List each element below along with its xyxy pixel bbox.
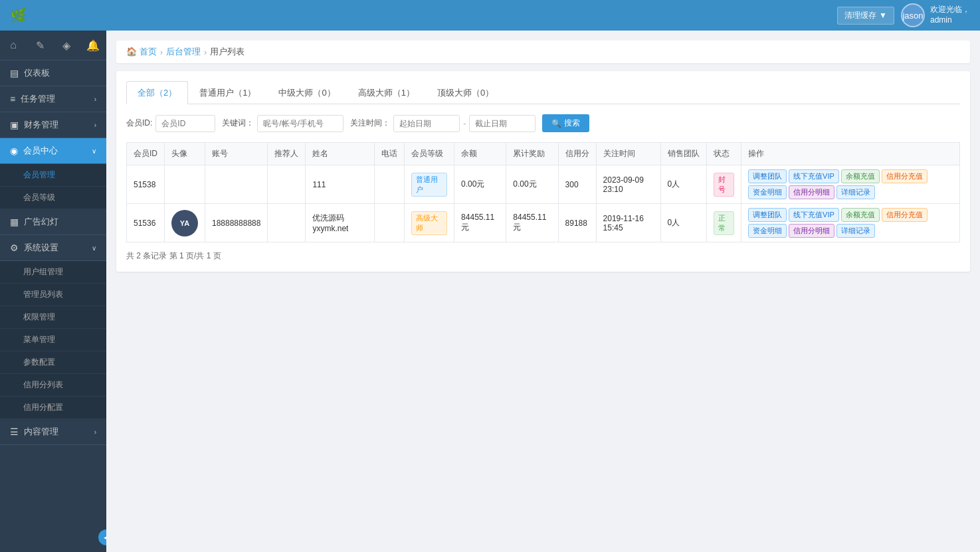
table-head: 会员ID 头像 账号 推荐人 姓名 电话 会员等级 余额 累计奖励 信用分 关注… bbox=[127, 143, 960, 165]
sidebar-item-credit-config[interactable]: 信用分配置 bbox=[0, 397, 106, 419]
col-referrer: 推荐人 bbox=[268, 143, 306, 165]
action-btn-资金明细[interactable]: 资金明细 bbox=[748, 224, 787, 238]
action-btn-余额充值[interactable]: 余额充值 bbox=[841, 169, 880, 183]
action-btn-信用分明细[interactable]: 信用分明细 bbox=[789, 224, 834, 238]
action-btn-线下充值VIP[interactable]: 线下充值VIP bbox=[789, 169, 839, 183]
col-follow-time: 关注时间 bbox=[596, 143, 660, 165]
sidebar-item-user-group[interactable]: 用户组管理 bbox=[0, 261, 106, 284]
breadcrumb-home[interactable]: 🏠 首页 bbox=[126, 46, 157, 58]
sidebar-item-dashboard-label[interactable]: ▤ 仪表板 bbox=[0, 60, 106, 86]
sidebar-item-admin-list[interactable]: 管理员列表 bbox=[0, 284, 106, 306]
sidebar-item-dashboard[interactable]: ▤ 仪表板 bbox=[0, 60, 106, 86]
cell-account: 18888888888 bbox=[205, 204, 268, 242]
sidebar-item-content-label[interactable]: ☰ 内容管理 › bbox=[0, 419, 106, 445]
action-btn-调整团队[interactable]: 调整团队 bbox=[748, 208, 787, 222]
cell-credit: 300 bbox=[558, 165, 596, 204]
member-label: 会员中心 bbox=[23, 145, 58, 157]
chevron-down-icon: ▼ bbox=[879, 11, 887, 20]
system-submenu: 用户组管理 管理员列表 权限管理 菜单管理 参数配置 信用分列表 信用分配置 bbox=[0, 261, 106, 419]
cell-phone bbox=[375, 204, 405, 242]
cell-referrer bbox=[268, 204, 306, 242]
search-start-date[interactable] bbox=[393, 115, 460, 132]
tab-high[interactable]: 高级大师（1） bbox=[347, 81, 426, 104]
table-body: 51538111普通用户0.00元0.00元3002023-09-09 23:1… bbox=[127, 165, 960, 242]
action-btn-信用分充值[interactable]: 信用分充值 bbox=[882, 208, 928, 222]
sidebar-item-system[interactable]: ⚙ 系统设置 ∨ 用户组管理 管理员列表 权限管理 菜单管理 参数配置 信用分列… bbox=[0, 235, 106, 419]
tab-mid[interactable]: 中级大师（0） bbox=[267, 81, 346, 104]
breadcrumb-backend[interactable]: 后台管理 bbox=[166, 46, 201, 58]
cell-phone bbox=[375, 165, 405, 204]
home-icon2: 🏠 bbox=[126, 46, 137, 56]
chevron-right-icon: › bbox=[94, 96, 96, 103]
cell-level: 高级大师 bbox=[405, 204, 454, 242]
action-btn-线下充值VIP[interactable]: 线下充值VIP bbox=[789, 208, 839, 222]
cache-button[interactable]: 清理缓存 ▼ bbox=[837, 7, 894, 25]
action-btn-详细记录[interactable]: 详细记录 bbox=[836, 224, 875, 238]
sidebar-item-content[interactable]: ☰ 内容管理 › bbox=[0, 419, 106, 445]
search-end-date[interactable] bbox=[469, 115, 536, 132]
member-icon: ◉ bbox=[10, 145, 18, 156]
cell-follow-time: 2023-09-09 23:10 bbox=[596, 165, 660, 204]
sidebar-item-menu-manage[interactable]: 菜单管理 bbox=[0, 329, 106, 351]
content-icon: ☰ bbox=[10, 426, 19, 437]
sidebar-item-task[interactable]: ≡ 任务管理 › bbox=[0, 86, 106, 112]
action-btn-详细记录[interactable]: 详细记录 bbox=[836, 185, 875, 199]
member-submenu: 会员管理 会员等级 bbox=[0, 164, 106, 209]
col-avatar: 头像 bbox=[165, 143, 205, 165]
ads-label: 广告幻灯 bbox=[24, 216, 58, 228]
avatar: jason bbox=[901, 3, 925, 27]
members-table: 会员ID 头像 账号 推荐人 姓名 电话 会员等级 余额 累计奖励 信用分 关注… bbox=[126, 142, 960, 242]
sidebar-collapse-button[interactable]: ◀ bbox=[98, 529, 106, 545]
sidebar-bell-icon[interactable]: 🔔 bbox=[80, 31, 106, 60]
sidebar-item-system-label[interactable]: ⚙ 系统设置 ∨ bbox=[0, 235, 106, 261]
table-row: 51538111普通用户0.00元0.00元3002023-09-09 23:1… bbox=[127, 165, 960, 204]
dashboard-label: 仪表板 bbox=[24, 67, 50, 79]
action-btn-信用分充值[interactable]: 信用分充值 bbox=[882, 169, 928, 183]
cell-balance: 84455.11元 bbox=[454, 204, 506, 242]
col-balance: 余额 bbox=[454, 143, 506, 165]
action-btn-信用分明细[interactable]: 信用分明细 bbox=[789, 185, 834, 199]
tab-top[interactable]: 顶级大师（0） bbox=[426, 81, 505, 104]
search-id-input[interactable] bbox=[155, 115, 215, 132]
cell-sales-team: 0人 bbox=[660, 165, 706, 204]
sidebar-item-member-level[interactable]: 会员等级 bbox=[0, 187, 106, 209]
col-name: 姓名 bbox=[306, 143, 375, 165]
sidebar-item-finance[interactable]: ▣ 财务管理 › bbox=[0, 112, 106, 138]
tab-all[interactable]: 全部（2） bbox=[126, 81, 188, 104]
cell-level: 普通用户 bbox=[405, 165, 454, 204]
sidebar-item-ads[interactable]: ▦ 广告幻灯 bbox=[0, 209, 106, 235]
cell-name: 111 bbox=[306, 165, 375, 204]
sidebar-item-permission[interactable]: 权限管理 bbox=[0, 306, 106, 329]
col-accumulated: 累计奖励 bbox=[506, 143, 558, 165]
tab-normal[interactable]: 普通用户（1） bbox=[188, 81, 267, 104]
action-btn-余额充值[interactable]: 余额充值 bbox=[841, 208, 880, 222]
sidebar: ⌂ ✎ ◈ 🔔 ▤ 仪表板 ≡ 任务管理 › bbox=[0, 31, 106, 552]
cell-accumulated: 84455.11元 bbox=[506, 204, 558, 242]
action-btn-调整团队[interactable]: 调整团队 bbox=[748, 169, 787, 183]
dashboard-icon: ▤ bbox=[10, 68, 19, 78]
col-action: 操作 bbox=[741, 143, 960, 165]
action-btn-资金明细[interactable]: 资金明细 bbox=[748, 185, 787, 199]
sidebar-item-finance-label[interactable]: ▣ 财务管理 › bbox=[0, 112, 106, 138]
cell-follow-time: 2019-11-16 15:45 bbox=[596, 204, 660, 242]
cell-sales-team: 0人 bbox=[660, 204, 706, 242]
sidebar-edit-icon[interactable]: ✎ bbox=[27, 31, 53, 60]
app-logo: 🌿 bbox=[10, 7, 27, 23]
table-header-row: 会员ID 头像 账号 推荐人 姓名 电话 会员等级 余额 累计奖励 信用分 关注… bbox=[127, 143, 960, 165]
sidebar-item-credit-list[interactable]: 信用分列表 bbox=[0, 374, 106, 397]
cell-balance: 0.00元 bbox=[454, 165, 506, 204]
cell-actions: 调整团队线下充值VIP余额充值信用分充值资金明细信用分明细详细记录 bbox=[741, 165, 960, 204]
sidebar-gift-icon[interactable]: ◈ bbox=[53, 31, 80, 60]
sidebar-item-ads-label[interactable]: ▦ 广告幻灯 bbox=[0, 209, 106, 235]
sidebar-item-member[interactable]: ◉ 会员中心 ∨ 会员管理 会员等级 bbox=[0, 138, 106, 209]
col-credit: 信用分 bbox=[558, 143, 596, 165]
sidebar-home-icon[interactable]: ⌂ bbox=[0, 31, 27, 60]
sidebar-item-param-config[interactable]: 参数配置 bbox=[0, 351, 106, 374]
sidebar-item-task-label[interactable]: ≡ 任务管理 › bbox=[0, 86, 106, 112]
search-keyword-input[interactable] bbox=[257, 115, 343, 132]
sidebar-item-member-label[interactable]: ◉ 会员中心 ∨ bbox=[0, 138, 106, 164]
cell-accumulated: 0.00元 bbox=[506, 165, 558, 204]
sidebar-item-member-manage[interactable]: 会员管理 bbox=[0, 164, 106, 187]
search-keyword-label: 关键词： bbox=[222, 118, 254, 129]
search-button[interactable]: 🔍 搜索 bbox=[542, 114, 589, 132]
